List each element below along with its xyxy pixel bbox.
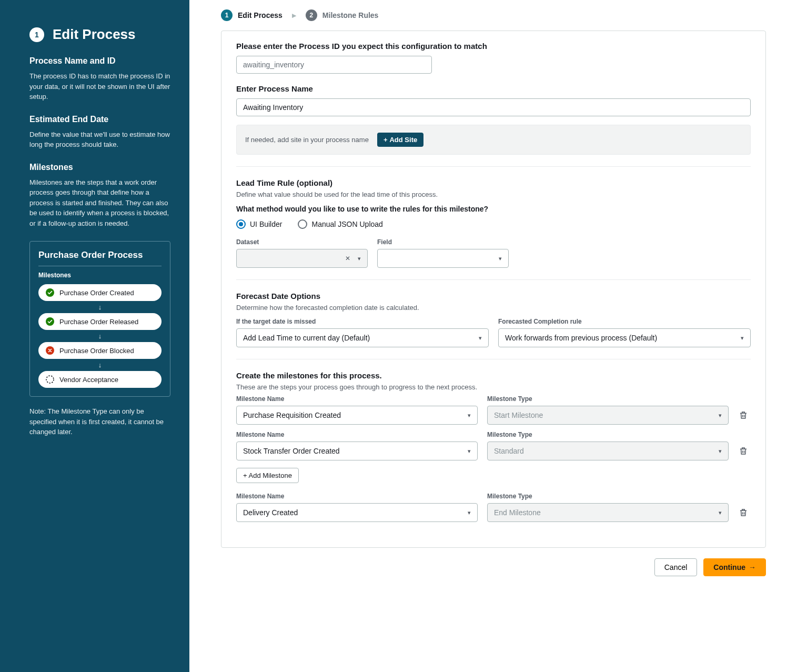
step-1-badge: 1	[221, 9, 233, 21]
example-chip: Vendor Acceptance	[38, 371, 162, 388]
add-milestone-button[interactable]: + Add Milestone	[236, 468, 299, 483]
delete-milestone-button[interactable]	[736, 504, 751, 521]
milestone-type-value: Start Milestone	[494, 411, 543, 419]
forecast-heading: Forecast Date Options	[236, 292, 751, 300]
lead-time-desc: Define what value should be used for the…	[236, 190, 751, 198]
sidebar-step-badge: 1	[29, 27, 44, 42]
dataset-field-row: Dataset ✕▾ Field ▾	[236, 238, 751, 268]
wizard-steps: 1 Edit Process ▶ 2 Milestone Rules	[221, 6, 766, 31]
milestone-row: Milestone Name Purchase Requisition Crea…	[236, 395, 751, 425]
milestone-name-label: Milestone Name	[236, 431, 478, 438]
field-select[interactable]: ▾	[377, 249, 509, 268]
completion-rule-value: Work forwards from previous process (Def…	[505, 334, 657, 342]
milestone-type-select[interactable]: Start Milestone ▾	[487, 406, 729, 425]
arrow-down-icon: ↓	[38, 303, 162, 311]
process-id-label: Please enter the Process ID you expect t…	[236, 42, 751, 51]
add-site-bar: If needed, add site in your process name…	[236, 125, 751, 155]
milestone-name-select[interactable]: Stock Transfer Order Created ▾	[236, 442, 478, 460]
add-site-text: If needed, add site in your process name	[245, 136, 369, 144]
section-heading: Process Name and ID	[29, 56, 170, 66]
target-missed-value: Add Lead Time to current day (Default)	[243, 334, 370, 342]
chevron-down-icon: ▾	[719, 509, 722, 516]
chevron-down-icon: ▾	[499, 255, 502, 262]
process-name-input[interactable]	[236, 98, 751, 116]
add-site-button[interactable]: + Add Site	[377, 133, 423, 147]
field-label: Field	[377, 238, 509, 246]
trash-icon	[739, 410, 748, 420]
milestone-row-end: Milestone Name Delivery Created ▾ Milest…	[236, 493, 751, 522]
svg-point-3	[46, 376, 54, 383]
footer-actions: Cancel Continue →	[221, 558, 766, 576]
add-site-button-label: Add Site	[389, 136, 417, 144]
dataset-select[interactable]: ✕▾	[236, 249, 368, 268]
check-circle-icon	[46, 317, 54, 326]
milestone-name-select[interactable]: Purchase Requisition Created ▾	[236, 406, 478, 425]
milestone-type-label: Milestone Type	[487, 493, 729, 500]
sidebar-note: Note: The Milestone Type can only be spe…	[29, 406, 170, 437]
sidebar-section-estimated: Estimated End Date Define the value that…	[29, 115, 170, 150]
milestone-type-select[interactable]: Standard ▾	[487, 442, 729, 460]
step-1-label: Edit Process	[238, 11, 282, 19]
milestones-block: Create the milestones for this process. …	[236, 371, 751, 522]
sidebar: 1 Edit Process Process Name and ID The p…	[0, 0, 189, 672]
step-2-badge: 2	[306, 9, 317, 21]
completion-rule-label: Forecasted Completion rule	[498, 318, 751, 325]
delete-milestone-button[interactable]	[736, 407, 751, 424]
chevron-down-icon: ▾	[741, 335, 744, 342]
chip-label: Purchase Order Blocked	[59, 347, 134, 355]
chevron-down-icon: ▾	[358, 255, 361, 262]
section-heading: Milestones	[29, 163, 170, 172]
radio-ui-builder[interactable]: UI Builder	[236, 219, 282, 229]
sidebar-header: 1 Edit Process	[29, 26, 170, 43]
milestone-example-box: Purchase Order Process Milestones Purcha…	[29, 241, 170, 397]
plus-icon: +	[384, 136, 388, 144]
sidebar-section-name-id: Process Name and ID The process ID has t…	[29, 56, 170, 102]
arrow-down-icon: ↓	[38, 361, 162, 369]
divider	[236, 359, 751, 359]
step-2[interactable]: 2 Milestone Rules	[306, 9, 379, 21]
forecast-row: If the target date is missed Add Lead Ti…	[236, 318, 751, 347]
section-heading: Estimated End Date	[29, 115, 170, 124]
milestone-name-label: Milestone Name	[236, 395, 478, 403]
step-separator-icon: ▶	[292, 12, 296, 19]
step-1[interactable]: 1 Edit Process	[221, 9, 282, 21]
chip-label: Vendor Acceptance	[59, 376, 118, 384]
section-body: The process ID has to match the process …	[29, 71, 170, 102]
milestone-type-select[interactable]: End Milestone ▾	[487, 503, 729, 522]
milestone-name-value: Delivery Created	[243, 508, 298, 517]
process-name-block: Enter Process Name If needed, add site i…	[236, 84, 751, 155]
completion-rule-select[interactable]: Work forwards from previous process (Def…	[498, 328, 751, 347]
clear-icon[interactable]: ✕	[345, 255, 350, 262]
cancel-button[interactable]: Cancel	[654, 558, 698, 576]
blocked-circle-icon	[46, 346, 54, 355]
milestone-name-select[interactable]: Delivery Created ▾	[236, 503, 478, 522]
form-panel: Please enter the Process ID you expect t…	[221, 31, 766, 548]
delete-milestone-button[interactable]	[736, 443, 751, 459]
radio-ui-label: UI Builder	[250, 220, 282, 228]
continue-label: Continue	[713, 563, 745, 571]
milestone-row: Milestone Name Stock Transfer Order Crea…	[236, 431, 751, 460]
pending-circle-icon	[46, 375, 54, 384]
divider	[236, 279, 751, 280]
sidebar-title: Edit Process	[53, 26, 136, 43]
method-radio-group: UI Builder Manual JSON Upload	[236, 219, 751, 229]
sidebar-section-milestones: Milestones Milestones are the steps that…	[29, 163, 170, 229]
dataset-label: Dataset	[236, 238, 368, 246]
radio-json-label: Manual JSON Upload	[311, 220, 382, 228]
arrow-down-icon: ↓	[38, 332, 162, 340]
milestone-type-label: Milestone Type	[487, 395, 729, 403]
forecast-desc: Determine how the forecasted completion …	[236, 304, 751, 312]
example-chip: Purchase Order Created	[38, 284, 162, 301]
process-id-input[interactable]	[236, 56, 432, 74]
lead-time-block: Lead Time Rule (optional) Define what va…	[236, 178, 751, 268]
milestone-type-value: End Milestone	[494, 508, 541, 517]
milestone-name-value: Purchase Requisition Created	[243, 411, 341, 419]
radio-json-upload[interactable]: Manual JSON Upload	[298, 219, 382, 229]
divider	[236, 166, 751, 167]
check-circle-icon	[46, 288, 54, 297]
milestone-type-value: Standard	[494, 447, 524, 455]
chevron-down-icon: ▾	[468, 412, 471, 419]
continue-button[interactable]: Continue →	[703, 558, 766, 576]
target-missed-select[interactable]: Add Lead Time to current day (Default) ▾	[236, 328, 489, 347]
trash-icon	[739, 508, 748, 517]
